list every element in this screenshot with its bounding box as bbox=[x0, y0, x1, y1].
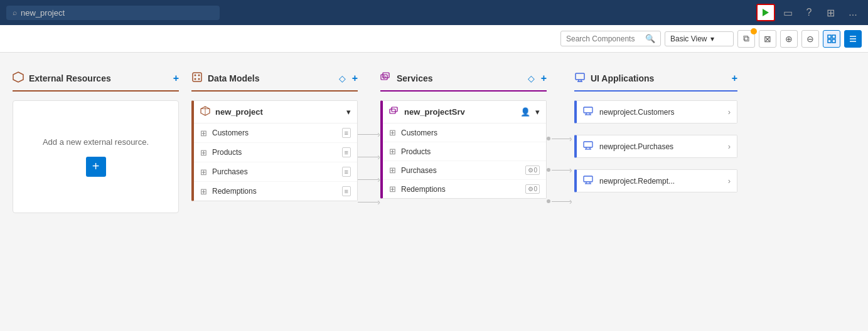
service-row-purchases: ⊞ Purchases ⚙0 bbox=[383, 161, 546, 180]
svg-point-10 bbox=[195, 75, 196, 76]
ui-app-item-redemptions[interactable]: newproject.Redempt... › bbox=[574, 169, 737, 192]
panel-split-button[interactable]: ▭ bbox=[779, 4, 796, 21]
svg-rect-18 bbox=[383, 73, 389, 78]
svg-rect-1 bbox=[828, 35, 831, 38]
ui-app-redemptions-arrow: › bbox=[728, 176, 731, 186]
ui-app-monitor-icon-customers bbox=[583, 106, 593, 118]
zoom-in-button[interactable]: ⊕ bbox=[780, 30, 798, 48]
service-redemptions-badge: ⚙0 bbox=[525, 184, 540, 194]
services-header: Services ◇ + bbox=[380, 71, 547, 92]
filter-badge bbox=[751, 28, 757, 34]
zoom-out-button[interactable]: ⊖ bbox=[801, 30, 819, 48]
service-redemptions-label: Redemptions bbox=[401, 185, 520, 194]
ui-connector-redemptions: › bbox=[547, 186, 574, 217]
ui-connector-purchases: › bbox=[547, 154, 574, 186]
ui-applications-add-button[interactable]: + bbox=[732, 73, 737, 84]
data-models-entity-name: new_project bbox=[215, 107, 341, 117]
ui-applications-icon bbox=[574, 71, 586, 85]
ui-connector-customers: › bbox=[547, 123, 574, 154]
top-search-box[interactable]: ⌕ bbox=[6, 6, 220, 20]
svg-rect-22 bbox=[576, 73, 584, 80]
data-model-redemptions-icon[interactable]: ≡ bbox=[342, 186, 351, 196]
data-model-row-purchases: ⊞ Purchases ≡ bbox=[194, 162, 357, 182]
data-model-purchases-icon[interactable]: ≡ bbox=[342, 167, 351, 177]
connector-products: › bbox=[358, 145, 380, 168]
services-add-button[interactable]: + bbox=[541, 73, 547, 84]
services-card: new_projectSrv 👤 ▾ ⊞ Customers ⊞ Product… bbox=[380, 100, 547, 199]
top-bar: ⌕ ▭ ? ⊞ ... bbox=[0, 0, 868, 25]
services-person-icon[interactable]: 👤 bbox=[520, 107, 530, 117]
ui-app-purchases-arrow: › bbox=[728, 142, 731, 151]
data-model-row-redemptions: ⊞ Redemptions ≡ bbox=[194, 182, 357, 201]
data-model-customers-icon[interactable]: ≡ bbox=[342, 128, 351, 138]
filter-button[interactable]: ⧉ bbox=[737, 30, 755, 48]
services-diamond-icon: ◇ bbox=[528, 73, 535, 83]
data-models-cube-icon bbox=[200, 106, 210, 118]
service-customers-label: Customers bbox=[401, 129, 540, 137]
svg-rect-26 bbox=[584, 107, 592, 113]
data-model-products-icon[interactable]: ≡ bbox=[342, 147, 351, 157]
ui-app-purchases-label: newproject.Purchases bbox=[599, 142, 722, 151]
data-to-service-connectors: › › › › bbox=[358, 71, 380, 213]
search-components-box[interactable]: 🔍 bbox=[560, 31, 661, 46]
services-collapse-icon[interactable]: ▾ bbox=[535, 107, 540, 117]
external-resources-icon bbox=[13, 71, 24, 85]
external-resources-card: Add a new external resource. + bbox=[13, 100, 179, 213]
diagram-view-button[interactable] bbox=[823, 30, 840, 48]
list-view-button[interactable] bbox=[844, 30, 862, 48]
external-resources-add-button[interactable]: + bbox=[173, 73, 179, 84]
ui-app-customers-label: newproject.Customers bbox=[599, 108, 722, 117]
data-models-collapse-icon[interactable]: ▾ bbox=[346, 107, 351, 117]
external-resources-section: External Resources + Add a new external … bbox=[13, 71, 179, 213]
more-menu-button[interactable]: ... bbox=[844, 4, 862, 21]
svg-point-12 bbox=[195, 78, 196, 80]
data-model-purchases-label: Purchases bbox=[212, 167, 337, 176]
table-icon-customers: ⊞ bbox=[200, 129, 207, 138]
add-external-resource-button[interactable]: + bbox=[86, 157, 106, 177]
external-resources-header: External Resources + bbox=[13, 71, 179, 92]
view-dropdown-label: Basic View bbox=[670, 34, 707, 43]
table-icon-products: ⊞ bbox=[200, 148, 207, 157]
table-icon-redemptions: ⊞ bbox=[200, 187, 207, 196]
data-models-diamond-icon: ◇ bbox=[339, 73, 346, 83]
data-model-products-label: Products bbox=[212, 148, 337, 157]
help-button[interactable]: ? bbox=[800, 4, 818, 21]
data-model-redemptions-label: Redemptions bbox=[212, 187, 337, 196]
ui-app-monitor-icon-redemptions bbox=[583, 175, 593, 187]
top-bar-right: ▭ ? ⊞ bbox=[756, 4, 839, 21]
ui-app-item-customers[interactable]: newproject.Customers › bbox=[574, 100, 737, 123]
search-components-input[interactable] bbox=[566, 34, 641, 43]
grid-view-button[interactable]: ⊞ bbox=[822, 4, 839, 21]
service-to-ui-connectors: › › › bbox=[547, 71, 574, 217]
services-title: Services bbox=[397, 73, 523, 83]
ui-applications-title: UI Applications bbox=[591, 73, 727, 83]
view-dropdown[interactable]: Basic View ▾ bbox=[665, 31, 734, 46]
svg-marker-0 bbox=[763, 9, 769, 16]
services-icon bbox=[380, 71, 392, 85]
svg-rect-2 bbox=[832, 35, 835, 38]
run-button[interactable] bbox=[756, 4, 775, 21]
top-search-input[interactable] bbox=[21, 8, 213, 18]
diagram-icon bbox=[827, 34, 836, 43]
service-row-redemptions: ⊞ Redemptions ⚙0 bbox=[383, 180, 546, 198]
data-model-customers-label: Customers bbox=[212, 129, 337, 137]
service-table-icon-purchases: ⊞ bbox=[389, 166, 396, 175]
svg-point-11 bbox=[198, 75, 200, 76]
data-models-title: Data Models bbox=[208, 73, 334, 83]
service-purchases-badge: ⚙0 bbox=[525, 166, 540, 175]
top-search-icon: ⌕ bbox=[13, 8, 17, 17]
data-models-section: Data Models ◇ + new_project ▾ bbox=[191, 71, 358, 201]
svg-rect-34 bbox=[584, 176, 592, 182]
fit-screen-button[interactable]: ⊠ bbox=[759, 30, 776, 48]
ui-applications-header: UI Applications + bbox=[574, 71, 737, 92]
connector-purchases: › bbox=[358, 168, 380, 191]
data-models-icon bbox=[191, 71, 203, 85]
services-entity-name: new_projectSrv bbox=[404, 107, 515, 117]
search-components-icon: 🔍 bbox=[645, 34, 655, 43]
external-resources-title: External Resources bbox=[29, 73, 168, 83]
svg-rect-17 bbox=[381, 75, 387, 80]
ui-app-item-purchases[interactable]: newproject.Purchases › bbox=[574, 135, 737, 158]
services-section: Services ◇ + new_projectSrv 👤 ▾ bbox=[380, 71, 547, 199]
external-resources-empty-message: Add a new external resource. bbox=[43, 137, 149, 147]
data-models-add-button[interactable]: + bbox=[352, 73, 358, 84]
